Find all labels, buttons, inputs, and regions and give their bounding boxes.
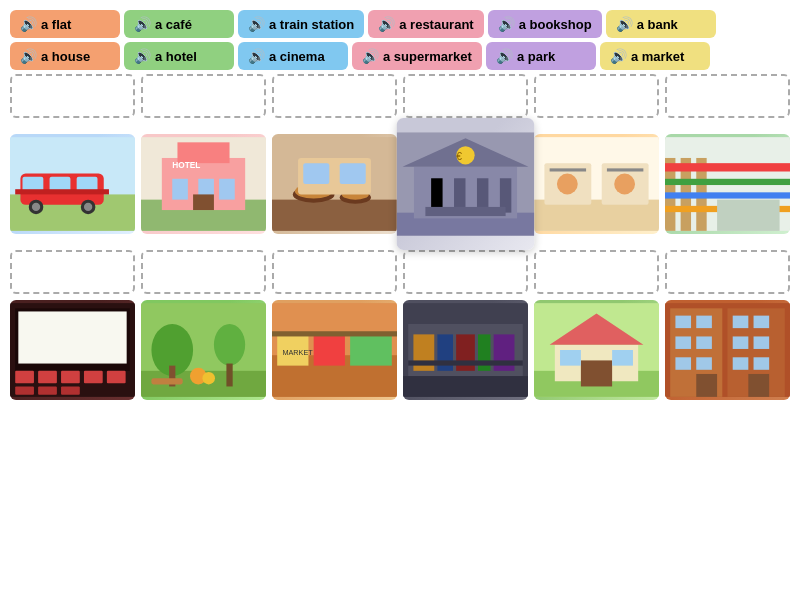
svg-rect-56 [717, 200, 780, 231]
drop-zones-bottom [10, 250, 790, 294]
svg-rect-27 [303, 163, 329, 184]
drop-zone-drop-zones-top-0[interactable] [10, 74, 135, 118]
market-img: MARKET [272, 300, 397, 400]
drop-zones-top [10, 74, 790, 118]
image-row-bottom: MARKET [10, 300, 790, 400]
cafe-img [272, 134, 397, 234]
speaker-icon-bank: 🔊 [616, 16, 633, 32]
tile-label-flat: a flat [41, 17, 71, 32]
svg-rect-73 [226, 364, 232, 387]
svg-rect-115 [733, 357, 749, 370]
speaker-icon-house: 🔊 [20, 48, 37, 64]
svg-point-75 [202, 372, 215, 385]
svg-rect-107 [733, 316, 749, 329]
tile-label-bookshop: a bookshop [519, 17, 592, 32]
svg-rect-97 [581, 360, 612, 386]
tile-label-supermarket: a supermarket [383, 49, 472, 64]
svg-point-7 [32, 203, 40, 211]
drop-zone-drop-zones-bottom-3[interactable] [403, 250, 528, 294]
main-container: 🔊a flat🔊a café🔊a train station🔊a restaur… [0, 0, 800, 600]
house-img [534, 300, 659, 400]
drop-zone-drop-zones-top-5[interactable] [665, 74, 790, 118]
svg-rect-66 [38, 386, 57, 394]
svg-text:€: € [456, 151, 462, 162]
supermarket-img [665, 134, 790, 234]
svg-rect-18 [193, 194, 214, 210]
svg-rect-118 [748, 374, 769, 397]
svg-rect-117 [696, 374, 717, 397]
svg-rect-17 [219, 179, 235, 200]
tile-label-restaurant: a restaurant [399, 17, 473, 32]
svg-rect-114 [696, 357, 712, 370]
tile-label-cinema: a cinema [269, 49, 325, 64]
tile-label-cafe: a café [155, 17, 192, 32]
word-tile-train[interactable]: 🔊a train station [238, 10, 364, 38]
speaker-icon-train: 🔊 [248, 16, 265, 32]
svg-rect-10 [15, 189, 109, 194]
svg-point-72 [214, 324, 245, 366]
svg-text:HOTEL: HOTEL [172, 160, 200, 170]
drop-zone-drop-zones-top-1[interactable] [141, 74, 266, 118]
tile-label-train: a train station [269, 17, 354, 32]
drop-zone-drop-zones-bottom-5[interactable] [665, 250, 790, 294]
svg-rect-64 [107, 371, 126, 384]
word-tile-hotel[interactable]: 🔊a hotel [124, 42, 234, 70]
svg-rect-109 [675, 336, 691, 349]
speaker-icon-supermarket: 🔊 [362, 48, 379, 64]
word-tile-cafe[interactable]: 🔊a café [124, 10, 234, 38]
drop-zone-drop-zones-bottom-4[interactable] [534, 250, 659, 294]
svg-rect-15 [172, 179, 188, 200]
svg-rect-28 [340, 163, 366, 184]
tile-label-hotel: a hotel [155, 49, 197, 64]
drop-zone-drop-zones-bottom-0[interactable] [10, 250, 135, 294]
word-tile-supermarket[interactable]: 🔊a supermarket [352, 42, 482, 70]
svg-rect-60 [15, 371, 34, 384]
speaker-icon-market: 🔊 [610, 48, 627, 64]
word-tile-bank[interactable]: 🔊a bank [606, 10, 716, 38]
svg-rect-105 [675, 316, 691, 329]
svg-rect-80 [314, 334, 345, 365]
svg-rect-82 [272, 331, 397, 336]
svg-rect-76 [151, 378, 182, 384]
drop-zone-drop-zones-top-2[interactable] [272, 74, 397, 118]
drop-zone-drop-zones-bottom-2[interactable] [272, 250, 397, 294]
word-tile-restaurant[interactable]: 🔊a restaurant [368, 10, 483, 38]
cinema-img [10, 300, 135, 400]
drop-zone-drop-zones-bottom-1[interactable] [141, 250, 266, 294]
svg-rect-61 [38, 371, 57, 384]
drop-zone-drop-zones-top-4[interactable] [534, 74, 659, 118]
image-row-top: HOTEL € [10, 124, 790, 244]
speaker-icon-restaurant: 🔊 [378, 16, 395, 32]
word-tile-market[interactable]: 🔊a market [600, 42, 710, 70]
svg-rect-81 [350, 334, 392, 365]
word-tile-park[interactable]: 🔊a park [486, 42, 596, 70]
svg-rect-108 [754, 316, 770, 329]
flat-img [665, 300, 790, 400]
svg-rect-63 [84, 371, 103, 384]
word-tile-flat[interactable]: 🔊a flat [10, 10, 120, 38]
svg-point-9 [84, 203, 92, 211]
svg-rect-21 [272, 200, 397, 231]
svg-rect-112 [754, 336, 770, 349]
word-tile-bookshop[interactable]: 🔊a bookshop [488, 10, 602, 38]
svg-point-45 [614, 174, 635, 195]
svg-rect-113 [675, 357, 691, 370]
speaker-icon-hotel: 🔊 [134, 48, 151, 64]
svg-rect-46 [550, 168, 586, 171]
svg-rect-99 [612, 350, 633, 366]
tile-label-park: a park [517, 49, 555, 64]
svg-rect-91 [408, 360, 523, 365]
park-img [141, 300, 266, 400]
word-tile-cinema[interactable]: 🔊a cinema [238, 42, 348, 70]
tile-label-market: a market [631, 49, 684, 64]
svg-rect-54 [665, 192, 790, 198]
svg-rect-106 [696, 316, 712, 329]
hotel-img: HOTEL [141, 134, 266, 234]
drop-zone-drop-zones-top-3[interactable] [403, 74, 528, 118]
svg-rect-110 [696, 336, 712, 349]
svg-rect-111 [733, 336, 749, 349]
speaker-icon-flat: 🔊 [20, 16, 37, 32]
svg-rect-62 [61, 371, 80, 384]
svg-rect-92 [403, 376, 528, 397]
word-tile-house[interactable]: 🔊a house [10, 42, 120, 70]
